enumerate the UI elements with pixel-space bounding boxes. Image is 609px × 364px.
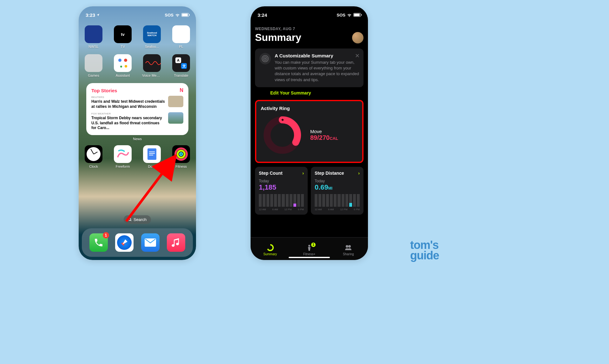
status-time: 3:23 <box>86 12 95 18</box>
app-tv[interactable]: tvTV <box>113 25 133 49</box>
profile-avatar[interactable] <box>352 32 363 43</box>
step-count-card[interactable]: Step Count › Today 1,185 12 AM6 AM12 PM6… <box>255 167 308 215</box>
close-icon[interactable]: ✕ <box>355 52 360 59</box>
app-phone[interactable]: 1 <box>89 233 108 252</box>
svg-line-4 <box>130 220 131 221</box>
rings-icon <box>259 53 271 64</box>
info-description: You can make your Summary tab your own, … <box>275 60 359 83</box>
move-value: 89/270 <box>310 134 330 141</box>
widget-label: News <box>84 137 191 141</box>
wifi-icon <box>347 13 352 17</box>
page-title: Summary <box>255 32 301 43</box>
home-screen: 3:23 SOS NWSL tvTV SeafoodWATCHSeafoo...… <box>79 6 196 260</box>
svg-point-13 <box>267 245 273 250</box>
spotlight-search[interactable]: Search <box>124 215 151 224</box>
date-label: WEDNESDAY, AUG 7 <box>255 27 363 31</box>
app-assistant[interactable]: Assistant <box>113 54 133 77</box>
status-bar: 3:24 SOS <box>251 6 368 19</box>
app-pl[interactable]: PL <box>171 25 191 49</box>
svg-point-1 <box>178 151 185 158</box>
dock: 1 <box>82 228 193 257</box>
app-freeform[interactable]: Freeform <box>113 145 133 168</box>
svg-point-9 <box>265 58 266 59</box>
svg-point-2 <box>180 153 182 155</box>
info-card: A Customizable Summary You can make your… <box>255 49 363 87</box>
summary-icon <box>266 244 274 251</box>
app-mail[interactable] <box>141 233 160 252</box>
app-safari[interactable] <box>115 233 134 252</box>
news-item[interactable]: FOX WEATHER Tropical Storm Debby nears s… <box>91 112 183 131</box>
app-clock[interactable]: Clock <box>84 145 103 168</box>
app-translate[interactable]: A文Translate <box>171 54 191 77</box>
svg-point-15 <box>346 245 348 248</box>
tab-sharing[interactable]: Sharing <box>329 237 368 260</box>
activity-ring <box>263 116 301 154</box>
fitness-plus-icon: 1 <box>305 244 313 251</box>
chevron-right-icon: › <box>302 171 304 176</box>
svg-point-3 <box>128 218 131 220</box>
step-distance-value: 0.69 <box>315 183 328 191</box>
status-bar: 3:23 SOS <box>79 6 196 19</box>
step-count-value: 1,185 <box>259 183 304 192</box>
apple-news-icon: N <box>180 88 183 93</box>
info-title: A Customizable Summary <box>275 53 359 58</box>
step-distance-card[interactable]: Step Distance › Today 0.69MI 12 AM6 AM12… <box>311 167 363 215</box>
app-fitness[interactable]: Fitness <box>171 145 191 168</box>
badge: 1 <box>103 232 109 238</box>
app-seafood-watch[interactable]: SeafoodWATCHSeafoo... <box>142 25 162 49</box>
app-grid: NWSL tvTV SeafoodWATCHSeafoo... PL Games… <box>79 19 196 168</box>
edit-summary-link[interactable]: Edit Your Summary <box>270 90 363 95</box>
app-nwsl[interactable]: NWSL <box>84 25 103 49</box>
svg-point-8 <box>263 57 267 61</box>
wifi-icon <box>175 13 180 17</box>
svg-point-14 <box>308 245 310 247</box>
search-icon <box>128 218 132 222</box>
news-thumbnail <box>168 96 183 107</box>
activity-title: Activity Ring <box>261 106 358 111</box>
svg-point-16 <box>348 245 351 248</box>
news-thumbnail <box>168 112 183 124</box>
app-docs[interactable]: Docs <box>142 145 162 168</box>
status-sos: SOS <box>337 13 345 17</box>
step-chart <box>259 194 304 207</box>
sharing-icon <box>344 244 352 251</box>
move-unit: CAL <box>330 136 338 141</box>
home-indicator[interactable] <box>289 257 330 258</box>
chevron-right-icon: › <box>358 171 360 176</box>
activity-ring-card[interactable]: Activity Ring Move 89/270CAL <box>255 100 363 163</box>
fitness-app: 3:24 SOS WEDNESDAY, AUG 7 Summary A Cust… <box>251 6 368 260</box>
watermark: tom's guide <box>410 240 439 261</box>
battery-icon <box>181 13 189 17</box>
battery-icon <box>353 13 361 17</box>
news-widget-title: Top Stories <box>91 88 117 93</box>
status-sos: SOS <box>165 13 174 17</box>
status-time: 3:24 <box>258 12 267 18</box>
location-icon <box>96 13 100 16</box>
app-games-folder[interactable]: Games <box>84 54 103 77</box>
news-widget[interactable]: Top Stories N REUTERS Harris and Walz te… <box>86 83 188 135</box>
tab-summary[interactable]: Summary <box>251 237 290 260</box>
news-item[interactable]: REUTERS Harris and Walz test Midwest cre… <box>91 96 183 109</box>
move-label: Move <box>310 129 338 134</box>
distance-chart <box>315 194 360 207</box>
app-music[interactable] <box>167 233 185 252</box>
app-voice-memos[interactable]: Voice Memos <box>142 54 162 77</box>
